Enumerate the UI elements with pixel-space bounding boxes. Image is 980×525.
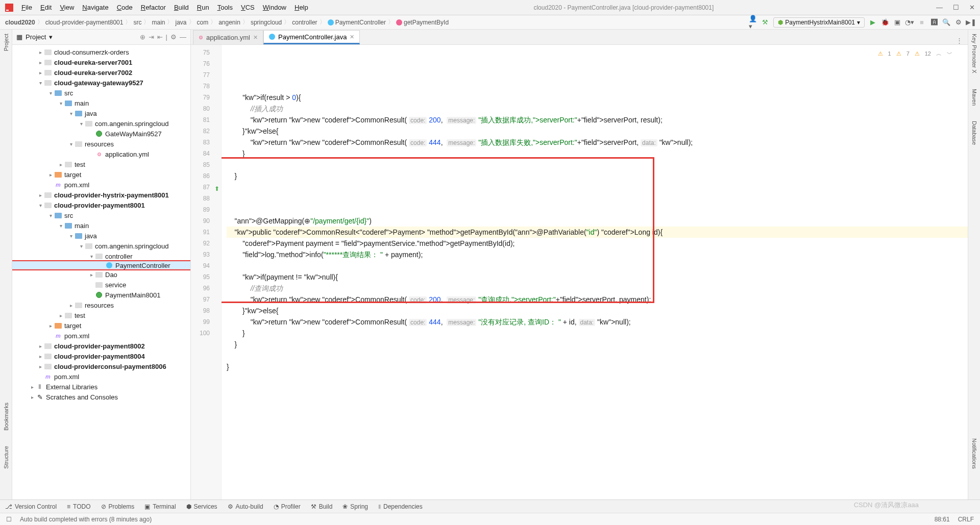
tree-item[interactable]: GateWayMain9527	[12, 129, 190, 139]
rail-maven[interactable]: Maven	[971, 89, 977, 106]
rail-bookmarks[interactable]: Bookmarks	[3, 403, 9, 431]
breadcrumb-item[interactable]: angenin	[218, 19, 240, 26]
gutter-line[interactable]: 94	[191, 260, 221, 271]
tree-item[interactable]: ▸test	[12, 159, 190, 169]
project-panel-header[interactable]: ▦ Project ▾ ⊕ ⇥ ⇤ | ⚙ —	[12, 30, 190, 45]
chevron-icon[interactable]: ▾	[57, 101, 64, 106]
search-icon[interactable]: 🔍	[942, 18, 950, 27]
tree-item[interactable]: ▸cloud-provider-payment8004	[12, 351, 190, 361]
project-tree[interactable]: ▸cloud-consumerzk-orders▸cloud-eureka-se…	[12, 45, 190, 499]
tree-item[interactable]: ▸cloud-consumerzk-orders	[12, 47, 190, 57]
status-icon[interactable]: ☐	[6, 516, 12, 523]
gutter-line[interactable]: 97	[191, 294, 221, 305]
select-opened-icon[interactable]: ⊕	[140, 33, 145, 41]
hide-panel-icon[interactable]: —	[180, 33, 186, 41]
code-line[interactable]: "kw">return "kw">new "coderef">CommonRes…	[227, 114, 968, 126]
gutter-line[interactable]: 92	[191, 238, 221, 249]
chevron-icon[interactable]: ▾	[47, 213, 54, 218]
gutter-line[interactable]: 99	[191, 316, 221, 328]
tree-item[interactable]: ▾com.angenin.springcloud	[12, 241, 190, 251]
bottom-tool-profiler[interactable]: ◔Profiler	[274, 503, 301, 510]
rail-keypromoter[interactable]: Key Promoter X	[971, 34, 977, 73]
code-line[interactable]: "kw">return "kw">new "coderef">CommonRes…	[227, 316, 968, 328]
gear-icon[interactable]: ⚙	[170, 33, 177, 41]
profile-button[interactable]: ◔▾	[905, 18, 914, 27]
menu-tools[interactable]: Tools	[214, 3, 236, 12]
hammer-icon[interactable]: ⚒	[761, 18, 769, 27]
tree-item[interactable]: ▸target	[12, 320, 190, 331]
chevron-icon[interactable]: ▾	[67, 111, 75, 116]
tree-item[interactable]: ▸cloud-provider-hystrix-payment8001	[12, 190, 190, 200]
debug-button[interactable]: 🐞	[881, 18, 889, 27]
chevron-icon[interactable]: ▾	[78, 243, 85, 249]
code-line[interactable]: }"kw">else{	[227, 126, 968, 137]
breadcrumb-item[interactable]: java	[175, 19, 186, 26]
code-line[interactable]: //插入成功	[227, 103, 968, 114]
coverage-button[interactable]: ▣	[893, 18, 901, 27]
gutter-line[interactable]: 90	[191, 215, 221, 227]
menu-refactor[interactable]: Refactor	[138, 3, 169, 12]
gutter-line[interactable]: 100	[191, 328, 221, 339]
code-line[interactable]: "field">log."method">info("******查询结果： "…	[227, 249, 968, 260]
code-line[interactable]: "kw">if(payment != "kw">null){	[227, 271, 968, 283]
code-line[interactable]: "kw">return "kw">new "coderef">CommonRes…	[227, 137, 968, 148]
rail-notifications[interactable]: Notifications	[971, 438, 977, 469]
tree-item[interactable]: ▾cloud-gateway-gateway9527	[12, 78, 190, 88]
tree-item[interactable]: ▸cloud-providerconsul-payment8006	[12, 361, 190, 371]
tree-item[interactable]: ▾controller	[12, 251, 190, 261]
right-tool-rail[interactable]: Key Promoter X Maven Database Notificati…	[968, 30, 980, 499]
gutter-line[interactable]: 82	[191, 126, 221, 137]
chevron-icon[interactable]: ▸	[88, 272, 95, 278]
menu-run[interactable]: Run	[194, 3, 212, 12]
tree-item[interactable]: ▾java	[12, 231, 190, 241]
tree-item[interactable]: mpom.xml	[12, 180, 190, 190]
close-icon[interactable]: ✕	[969, 4, 975, 11]
collapse-all-icon[interactable]: ⇤	[157, 33, 163, 41]
tree-item[interactable]: ▸cloud-eureka-server7001	[12, 57, 190, 67]
breadcrumb-item[interactable]: com	[197, 19, 209, 26]
code-line[interactable]: "kw">public "coderef">CommonResult<"code…	[227, 227, 968, 238]
gutter-line[interactable]: 79	[191, 92, 221, 103]
tree-item[interactable]: service	[12, 280, 190, 290]
gutter-line[interactable]: 96	[191, 283, 221, 294]
menu-file[interactable]: File	[18, 3, 35, 12]
gutter-line[interactable]: 77	[191, 69, 221, 81]
breadcrumb-item[interactable]: controller	[292, 19, 317, 26]
tree-item[interactable]: mpom.xml	[12, 371, 190, 382]
chevron-up-icon[interactable]: ︿	[936, 48, 942, 59]
chevron-icon[interactable]: ▾	[37, 203, 44, 208]
tree-item[interactable]: ▸test	[12, 310, 190, 320]
gutter-line[interactable]: 76	[191, 58, 221, 69]
bottom-tool-dependencies[interactable]: ⫴Dependencies	[378, 503, 423, 510]
gutter-line[interactable]: 98	[191, 305, 221, 316]
gutter-line[interactable]: 89	[191, 204, 221, 215]
editor-tab[interactable]: PaymentController.java✕	[263, 30, 360, 44]
code-line[interactable]	[227, 350, 968, 361]
gutter-line[interactable]: 88	[191, 193, 221, 204]
gutter-line[interactable]: 84	[191, 148, 221, 159]
breadcrumb-item[interactable]: springcloud	[251, 19, 282, 26]
chevron-down-icon[interactable]: ﹀	[947, 48, 952, 59]
tree-item[interactable]: PaymentController	[12, 260, 190, 270]
rail-database[interactable]: Database	[971, 121, 977, 145]
code-area[interactable]: ⚠1 ⚠7 ⚠12 ︿ ﹀ "kw">if(result > 0){ //插入成…	[222, 45, 968, 499]
menu-vcs[interactable]: VCS	[238, 3, 258, 12]
chevron-icon[interactable]: ▸	[47, 323, 54, 329]
gutter-line[interactable]: 78	[191, 81, 221, 92]
gutter-line[interactable]: 83	[191, 137, 221, 148]
code-line[interactable]: "kw">return "kw">new "coderef">CommonRes…	[227, 294, 968, 305]
bottom-tool-bar[interactable]: ⎇Version Control≡TODO⊘Problems▣Terminal⬢…	[0, 499, 980, 513]
tree-item[interactable]: ▸Dao	[12, 269, 190, 280]
tree-item[interactable]: ▾src	[12, 88, 190, 98]
chevron-icon[interactable]: ▾	[37, 80, 44, 86]
chevron-icon[interactable]: ▸	[57, 162, 64, 167]
gutter-line[interactable]: 75	[191, 47, 221, 58]
tree-item[interactable]: ▸resources	[12, 300, 190, 310]
gutter-line[interactable]: 85	[191, 159, 221, 170]
tree-item[interactable]: ▾main	[12, 220, 190, 231]
chevron-icon[interactable]: ▾	[67, 233, 75, 239]
tree-item[interactable]: ▾cloud-provider-payment8001	[12, 200, 190, 210]
gutter[interactable]: 75767778798081828384858687⬆8889909192939…	[191, 45, 222, 499]
tree-item[interactable]: ▸⫴External Libraries	[12, 382, 190, 392]
tree-item[interactable]: ▸target	[12, 169, 190, 180]
